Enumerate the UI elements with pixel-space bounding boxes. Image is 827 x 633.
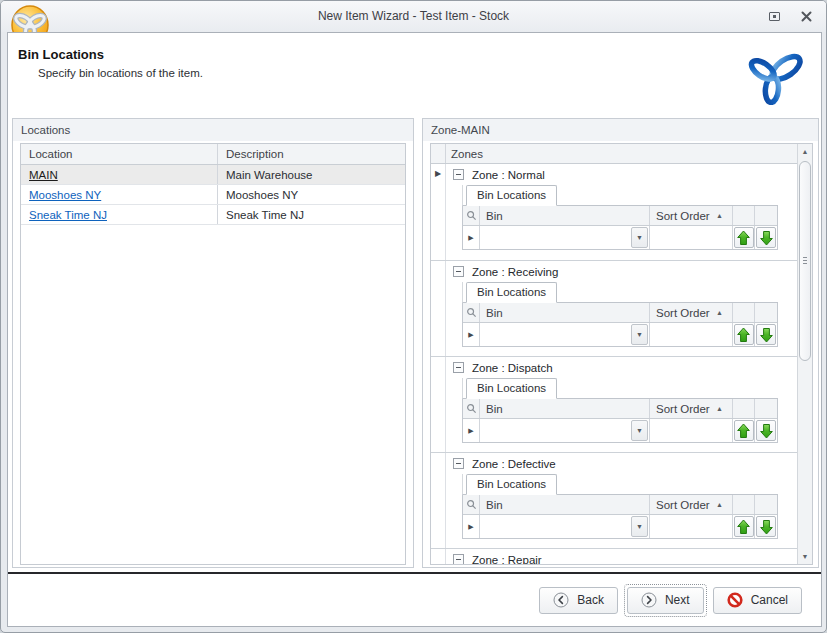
zone-main-panel: Zone-MAIN Zones ▶ <box>422 118 819 568</box>
search-icon[interactable] <box>463 303 480 322</box>
move-up-button[interactable] <box>734 227 754 248</box>
combo-dropdown-icon[interactable]: ▼ <box>631 227 648 248</box>
page-subtitle: Specify bin locations of the item. <box>38 67 203 79</box>
row-indicator-cell <box>431 453 446 548</box>
detail-tabstrip: Bin Locations <box>462 474 778 495</box>
tab-bin-locations[interactable]: Bin Locations <box>466 282 557 303</box>
scroll-up-icon[interactable]: ▲ <box>798 144 812 159</box>
location-row[interactable]: MAIN Main Warehouse <box>21 165 405 185</box>
tab-bin-locations[interactable]: Bin Locations <box>466 185 557 206</box>
cancel-button[interactable]: Cancel <box>713 587 802 614</box>
zone-detail: Bin Locations Bin S <box>462 185 778 250</box>
zone-group-row[interactable]: Zone : Dispatch <box>446 357 797 378</box>
zones-scrollbar[interactable]: ▲ ▼ <box>797 144 812 564</box>
sort-ascending-icon: ▲ <box>716 501 723 508</box>
column-header-bin[interactable]: Bin <box>480 495 650 514</box>
column-header-sort-order[interactable]: Sort Order ▲ <box>650 303 733 322</box>
sort-order-cell[interactable] <box>650 226 733 249</box>
row-indicator-icon: ▶ <box>468 427 473 435</box>
zone-group-row[interactable]: Zone : Normal <box>446 164 797 185</box>
combo-dropdown-icon[interactable]: ▼ <box>631 516 648 537</box>
combo-dropdown-icon[interactable]: ▼ <box>631 324 648 345</box>
column-header-location[interactable]: Location <box>21 144 218 164</box>
column-header-zones[interactable]: Zones <box>446 144 797 163</box>
combo-dropdown-icon[interactable]: ▼ <box>631 420 648 441</box>
move-down-button[interactable] <box>756 516 776 537</box>
move-up-column-header <box>733 495 755 514</box>
bin-locations-grid: Bin Sort Order ▲ <box>462 303 778 347</box>
bin-row: ▶ ▼ <box>463 419 777 442</box>
move-up-button[interactable] <box>734 324 754 345</box>
bin-combo-editor[interactable]: ▼ <box>480 515 650 538</box>
zone-detail: Bin Locations Bin S <box>462 282 778 347</box>
collapse-icon[interactable] <box>453 266 464 277</box>
restore-glyph <box>769 12 780 21</box>
row-indicator-header-cell <box>431 144 446 163</box>
column-header-description[interactable]: Description <box>218 144 405 164</box>
collapse-icon[interactable] <box>453 362 464 373</box>
collapse-icon[interactable] <box>453 458 464 469</box>
column-header-bin[interactable]: Bin <box>480 399 650 418</box>
sort-order-cell[interactable] <box>650 419 733 442</box>
row-indicator-cell <box>431 549 446 564</box>
sort-ascending-icon: ▲ <box>716 405 723 412</box>
move-up-column-header <box>733 206 755 225</box>
tab-bin-locations[interactable]: Bin Locations <box>466 378 557 399</box>
back-button[interactable]: Back <box>539 587 618 614</box>
move-down-button[interactable] <box>756 324 776 345</box>
zone-group-row[interactable]: Zone : Receiving <box>446 261 797 282</box>
column-header-bin[interactable]: Bin <box>480 303 650 322</box>
zone-section-repair: Zone : Repair Bin Locations <box>431 548 797 564</box>
zone-label: Zone : Repair <box>472 554 542 565</box>
tab-bin-locations[interactable]: Bin Locations <box>466 474 557 495</box>
bin-combo-editor[interactable]: ▼ <box>480 226 650 249</box>
column-header-sort-order[interactable]: Sort Order ▲ <box>650 495 733 514</box>
move-down-button[interactable] <box>756 227 776 248</box>
sort-order-cell[interactable] <box>650 323 733 346</box>
location-link[interactable]: Mooshoes NY <box>29 189 101 201</box>
column-header-sort-order[interactable]: Sort Order ▲ <box>650 206 733 225</box>
zone-label: Zone : Receiving <box>472 266 558 278</box>
scroll-down-icon[interactable]: ▼ <box>798 549 812 564</box>
restore-window-icon[interactable] <box>762 7 786 25</box>
column-header-bin[interactable]: Bin <box>480 206 650 225</box>
bin-row: ▶ ▼ <box>463 226 777 249</box>
row-indicator-cell: ▶ <box>431 164 446 260</box>
zone-detail: Bin Locations Bin S <box>462 378 778 443</box>
search-icon[interactable] <box>463 495 480 514</box>
sort-ascending-icon: ▲ <box>716 212 723 219</box>
location-row[interactable]: Mooshoes NY Mooshoes NY <box>21 185 405 205</box>
zone-label: Zone : Defective <box>472 458 556 470</box>
search-icon[interactable] <box>463 399 480 418</box>
page-title: Bin Locations <box>18 47 104 62</box>
collapse-icon[interactable] <box>453 554 464 564</box>
collapse-icon[interactable] <box>453 169 464 180</box>
scrollbar-thumb[interactable] <box>799 161 811 361</box>
bin-locations-grid: Bin Sort Order ▲ <box>462 495 778 539</box>
location-link[interactable]: Sneak Time NJ <box>29 209 107 221</box>
close-window-icon[interactable] <box>794 7 818 25</box>
column-header-sort-order[interactable]: Sort Order ▲ <box>650 399 733 418</box>
location-row[interactable]: Sneak Time NJ Sneak Time NJ <box>21 205 405 225</box>
bin-locations-grid: Bin Sort Order ▲ <box>462 399 778 443</box>
zone-section-dispatch: Zone : Dispatch Bin Locations <box>431 356 797 452</box>
bin-row: ▶ ▼ <box>463 323 777 346</box>
zone-main-panel-title: Zone-MAIN <box>423 119 818 141</box>
move-down-column-header <box>755 303 777 322</box>
location-description: Sneak Time NJ <box>218 205 405 224</box>
search-icon[interactable] <box>463 206 480 225</box>
move-up-button[interactable] <box>734 420 754 441</box>
location-description: Main Warehouse <box>218 165 405 184</box>
location-link[interactable]: MAIN <box>29 169 58 181</box>
move-down-button[interactable] <box>756 420 776 441</box>
bin-combo-editor[interactable]: ▼ <box>480 419 650 442</box>
next-button[interactable]: Next <box>627 587 704 614</box>
move-up-button[interactable] <box>734 516 754 537</box>
sort-order-cell[interactable] <box>650 515 733 538</box>
title-bar[interactable]: New Item Wizard - Test Item - Stock <box>1 1 826 32</box>
locations-panel: Locations Location Description MAIN Main… <box>12 118 414 568</box>
zone-group-row[interactable]: Zone : Repair <box>446 549 797 564</box>
bin-combo-editor[interactable]: ▼ <box>480 323 650 346</box>
zone-group-row[interactable]: Zone : Defective <box>446 453 797 474</box>
detail-tabstrip: Bin Locations <box>462 282 778 303</box>
